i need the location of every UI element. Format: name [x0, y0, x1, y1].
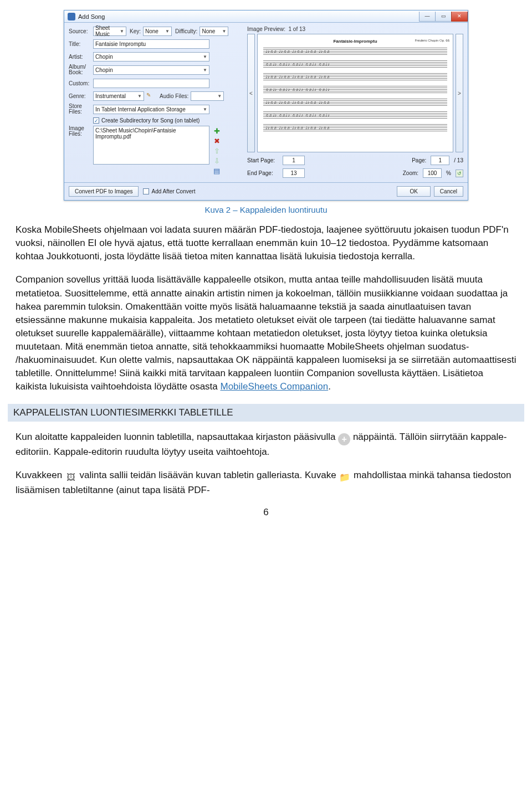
label-store-files: Store Files: [69, 104, 93, 115]
chevron-down-icon: ▼ [203, 68, 207, 73]
source-select[interactable]: Sheet Music▼ [93, 27, 126, 36]
maximize-button[interactable]: ▭ [435, 12, 452, 22]
figure-caption: Kuva 2 – Kappaleiden luontiruutu [8, 205, 524, 214]
audio-files-select[interactable]: ▼ [191, 91, 224, 101]
title-input[interactable]: Fantaisie Impromptu [93, 39, 209, 49]
image-files-list[interactable]: C:\Sheet Music\Chopin\Fantaisie Imprompt… [93, 126, 209, 165]
chevron-down-icon: ▼ [165, 29, 170, 34]
label-add-after: Add After Convert [151, 188, 195, 194]
chevron-down-icon: ▼ [203, 54, 207, 59]
add-song-window: Add Song — ▭ ✕ Source: Sheet Music▼ Key:… [64, 10, 468, 201]
label-source: Source: [69, 28, 93, 34]
page-total: / 13 [454, 157, 463, 163]
minimize-button[interactable]: — [419, 12, 436, 22]
pencil-icon[interactable]: ✎ [146, 92, 154, 100]
paragraph-3: Kun aloitatte kappaleiden luonnin tablet… [16, 430, 516, 459]
genre-select[interactable]: Instrumental▼ [93, 91, 144, 101]
difficulty-select[interactable]: None▼ [200, 27, 228, 36]
add-file-icon[interactable]: ✚ [213, 127, 221, 135]
custom-input[interactable] [93, 79, 209, 88]
app-icon [68, 13, 75, 20]
ok-button[interactable]: OK [397, 186, 430, 197]
book-icon[interactable]: ▤ [213, 167, 221, 175]
chevron-down-icon: ▼ [217, 94, 222, 99]
album-select[interactable]: Chopin▼ [93, 65, 209, 75]
preview-next-button[interactable]: > [456, 34, 463, 152]
folder-icon: 📁 [339, 471, 351, 484]
label-end-page: End Page: [247, 170, 280, 176]
paragraph-2: Companion sovellus yrittää luoda lisättä… [16, 273, 516, 393]
label-create-subdir: Create Subdirectory for Song (on tablet) [101, 117, 200, 124]
artist-select[interactable]: Chopin▼ [93, 52, 209, 61]
convert-pdf-button[interactable]: Convert PDF to Images [69, 186, 139, 197]
label-audio-files: Audio Files: [160, 93, 188, 99]
zoom-unit: % [446, 170, 451, 176]
label-zoom: Zoom: [403, 170, 418, 176]
label-custom: Custom: [69, 80, 93, 86]
label-image-preview: Image Preview: [247, 26, 285, 32]
store-files-select[interactable]: In Tablet Internal Application Storage▼ [93, 105, 209, 114]
page-number: 6 [8, 507, 524, 518]
label-difficulty: Difficulty: [175, 28, 197, 34]
start-page-input[interactable]: 1 [283, 156, 305, 165]
label-title: Title: [69, 41, 93, 47]
label-artist: Artist: [69, 54, 93, 60]
sheet-composer: Frédéric Chopin Op. 66 [415, 39, 449, 42]
create-subdir-checkbox[interactable]: ✓ [93, 117, 99, 124]
plus-circle-icon: + [338, 433, 350, 445]
label-start-page: Start Page: [247, 157, 280, 163]
close-button[interactable]: ✕ [451, 12, 468, 22]
label-genre: Genre: [69, 93, 93, 99]
chevron-down-icon: ▼ [203, 107, 207, 112]
label-image-files: Image Files: [69, 126, 93, 137]
paragraph-4: Kuvakkeen 🖼 valinta sallii teidän lisääv… [16, 469, 516, 497]
key-select[interactable]: None▼ [143, 27, 172, 36]
move-down-icon[interactable]: ⇩ [213, 157, 221, 165]
zoom-reset-icon[interactable]: ↺ [456, 170, 463, 177]
label-key: Key: [130, 28, 141, 34]
sheet-preview: Fantaisie-Impromptu Frédéric Chopin Op. … [257, 34, 453, 152]
cancel-button[interactable]: Cancel [434, 186, 463, 197]
remove-file-icon[interactable]: ✖ [213, 137, 221, 145]
move-up-icon[interactable]: ⇧ [213, 147, 221, 155]
page-input[interactable]: 1 [431, 156, 449, 165]
preview-prev-button[interactable]: < [247, 34, 255, 152]
title-bar[interactable]: Add Song — ▭ ✕ [64, 11, 468, 23]
add-after-convert-checkbox[interactable] [143, 188, 149, 194]
label-page: Page: [412, 157, 426, 163]
gallery-icon: 🖼 [65, 471, 77, 484]
paragraph-1: Koska MobileSheets ohjelmaan voi ladata … [16, 223, 516, 263]
zoom-input[interactable]: 100 [423, 168, 442, 178]
label-album: Album/ Book: [69, 64, 93, 75]
preview-count: 1 of 13 [288, 26, 305, 32]
chevron-down-icon: ▼ [120, 29, 124, 34]
window-title: Add Song [78, 13, 420, 20]
chevron-down-icon: ▼ [137, 94, 142, 99]
companion-link[interactable]: MobileSheets Companion [220, 381, 328, 392]
section-heading: KAPPALELISTAN LUONTIESIMERKKI TABLETILLE [8, 404, 524, 422]
end-page-input[interactable]: 13 [283, 168, 305, 178]
chevron-down-icon: ▼ [222, 29, 226, 34]
